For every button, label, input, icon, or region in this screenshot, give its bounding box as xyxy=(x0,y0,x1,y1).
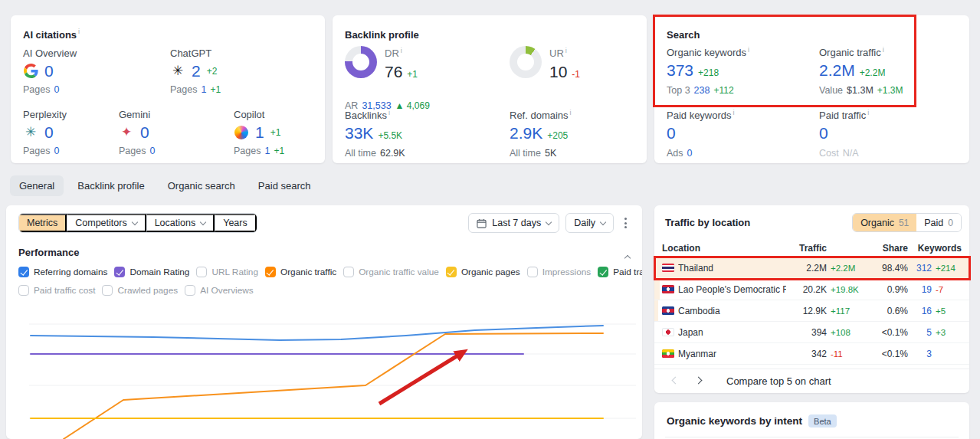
metric-checkbox-crawled-pages[interactable]: Crawled pages xyxy=(102,285,178,296)
next-page-button[interactable] xyxy=(687,380,710,383)
location-table-footer: Compare top 5 on chart xyxy=(654,369,969,393)
column-traffic[interactable]: Traffic xyxy=(790,243,827,254)
ur-label: UR xyxy=(549,48,564,59)
pages-value[interactable]: 1 xyxy=(201,84,206,95)
metric-checkbox-organic-pages[interactable]: Organic pages xyxy=(446,267,520,277)
column-keywords[interactable]: Keywords xyxy=(912,243,962,254)
date-range-button[interactable]: Last 7 days xyxy=(468,213,559,233)
organic-traffic-value[interactable]: 2.2M xyxy=(819,61,855,80)
pages-value[interactable]: 0 xyxy=(54,146,59,156)
collapse-section-button[interactable] xyxy=(625,250,630,264)
gemini-metric: Gemini ✦ 0 Pages0 xyxy=(119,109,159,156)
paid-keywords-value[interactable]: 0 xyxy=(667,124,676,143)
info-icon[interactable]: i xyxy=(565,47,567,54)
chatgpt-delta: +2 xyxy=(207,66,218,77)
pages-value[interactable]: 1 xyxy=(264,146,270,156)
info-icon[interactable]: i xyxy=(748,46,749,54)
metric-checkbox-domain-rating[interactable]: Domain Rating xyxy=(114,267,189,277)
alltime-value: 5K xyxy=(545,148,556,159)
metric-checkbox-row-1: Referring domains Domain Rating URL Rati… xyxy=(18,267,642,277)
ur-value: 10 xyxy=(549,63,567,81)
table-row-cambodia[interactable]: Cambodia 12.9K +117 0.6% 16 +5 xyxy=(654,300,969,322)
chevron-up-icon xyxy=(624,255,631,261)
top3-label: Top 3 xyxy=(667,85,690,96)
backlinks-delta: +5.5K xyxy=(378,130,402,141)
info-icon[interactable]: i xyxy=(570,109,572,116)
chevron-down-icon xyxy=(546,218,552,224)
metric-checkbox-organic-traffic-value[interactable]: Organic traffic value xyxy=(343,267,439,277)
value-amount: $1.3M xyxy=(847,85,873,96)
info-icon[interactable]: i xyxy=(867,109,869,116)
metric-checkbox-organic-traffic[interactable]: Organic traffic xyxy=(265,267,336,277)
performance-title: Performance xyxy=(18,247,79,258)
top3-value[interactable]: 238 xyxy=(694,85,710,96)
metric-checkbox-paid-traffic-cost[interactable]: Paid traffic cost xyxy=(18,285,95,296)
chart-series-lines xyxy=(31,326,603,439)
copilot-metric: Copilot 1 +1 Pages1+1 xyxy=(234,109,284,156)
table-row-laos[interactable]: Lao People's Democratic Reput 20.2K +19.… xyxy=(654,279,969,300)
ai-overview-label: AI Overview xyxy=(23,48,77,59)
chatgpt-icon: ✳ xyxy=(170,64,185,79)
competitors-button[interactable]: Competitors xyxy=(67,214,146,232)
metric-checkbox-url-rating[interactable]: URL Rating xyxy=(196,267,258,277)
paid-keywords-label: Paid keywords xyxy=(667,110,732,121)
backlinks-value[interactable]: 33K xyxy=(345,124,373,143)
tab-organic-search[interactable]: Organic search xyxy=(159,175,244,196)
table-row-myanmar[interactable]: Myanmar 342 -11 <0.1% 3 xyxy=(654,343,969,365)
paid-toggle-option[interactable]: Paid0 xyxy=(916,214,961,231)
alltime-label: All time xyxy=(510,148,541,159)
perplexity-metric: Perplexity ✳ 0 Pages0 xyxy=(23,109,67,156)
tab-paid-search[interactable]: Paid search xyxy=(249,175,320,196)
pages-label: Pages xyxy=(119,146,146,156)
column-location[interactable]: Location xyxy=(662,243,786,254)
granularity-button[interactable]: Daily xyxy=(565,213,614,233)
metrics-button[interactable]: Metrics xyxy=(19,214,67,232)
backlinks-metric: Backlinksi 33K+5.5K All time62.9K xyxy=(345,109,405,159)
copilot-delta: +1 xyxy=(270,127,281,138)
dr-label: DR xyxy=(385,48,399,59)
japan-flag-icon xyxy=(662,328,674,336)
locations-button[interactable]: Locations xyxy=(146,214,215,232)
organic-traffic-label: Organic traffic xyxy=(819,47,881,58)
backlink-profile-card: Backlink profile DRi 76+1 AR 31,533 ▲ 4,… xyxy=(333,15,647,163)
ai-overview-value: 0 xyxy=(44,63,54,79)
compare-top5-link[interactable]: Compare top 5 on chart xyxy=(726,375,831,387)
metric-checkbox-paid-traffic[interactable]: Paid traffic xyxy=(598,267,642,277)
performance-chart-card: Metrics Competitors Locations Years Last… xyxy=(6,205,642,439)
info-icon[interactable]: i xyxy=(733,109,735,116)
metric-checkbox-referring-domains[interactable]: Referring domains xyxy=(18,267,107,277)
organic-keywords-value[interactable]: 373 xyxy=(667,61,693,80)
tab-backlink-profile[interactable]: Backlink profile xyxy=(68,175,153,196)
calendar-icon xyxy=(477,218,487,228)
info-icon[interactable]: i xyxy=(883,46,884,54)
column-share[interactable]: Share xyxy=(873,243,908,254)
info-icon[interactable]: i xyxy=(401,47,402,54)
dashboard-page: AI citationsi AI Overview 0 Pages0 ChatG… xyxy=(0,0,980,439)
pages-value[interactable]: 0 xyxy=(54,84,59,95)
more-options-kebab-icon[interactable] xyxy=(620,215,631,231)
ai-overview-metric: AI Overview 0 Pages0 xyxy=(23,48,77,95)
paid-traffic-value[interactable]: 0 xyxy=(819,124,828,143)
chart-filter-row: Metrics Competitors Locations Years Last… xyxy=(18,213,631,233)
chatgpt-metric: ChatGPT ✳ 2 +2 Pages1+1 xyxy=(170,48,221,95)
domain-rating-metric: DRi 76+1 xyxy=(345,46,418,81)
info-icon[interactable]: i xyxy=(78,28,80,35)
table-row-japan[interactable]: Japan 394 +108 <0.1% 5 +3 xyxy=(654,322,969,343)
paid-traffic-label: Paid traffic xyxy=(819,110,866,121)
prev-page-button[interactable] xyxy=(664,380,687,383)
info-icon[interactable]: i xyxy=(388,109,390,116)
metric-checkbox-impressions[interactable]: Impressions xyxy=(527,267,592,277)
pages-value[interactable]: 0 xyxy=(149,146,155,156)
location-table-body: Thailand 2.2M +2.2M 98.4% 312 +214 Lao P… xyxy=(654,257,969,365)
metric-checkbox-ai-overviews[interactable]: AI Overviews xyxy=(185,285,254,296)
pages-label: Pages xyxy=(234,146,261,156)
tab-general[interactable]: General xyxy=(10,175,64,196)
paid-traffic-metric: Paid traffici 0 CostN/A xyxy=(819,109,869,159)
organic-toggle-option[interactable]: Organic51 xyxy=(853,214,916,231)
ads-value[interactable]: 0 xyxy=(687,148,693,159)
organic-keywords-metric: Organic keywordsi 373+218 Top 3238+112 xyxy=(667,46,749,96)
table-row-thailand[interactable]: Thailand 2.2M +2.2M 98.4% 312 +214 xyxy=(654,257,969,279)
years-button[interactable]: Years xyxy=(215,214,257,232)
traffic-by-location-card: Traffic by location Organic51 Paid0 Loca… xyxy=(654,205,969,393)
ref-domains-value[interactable]: 2.9K xyxy=(510,124,542,143)
